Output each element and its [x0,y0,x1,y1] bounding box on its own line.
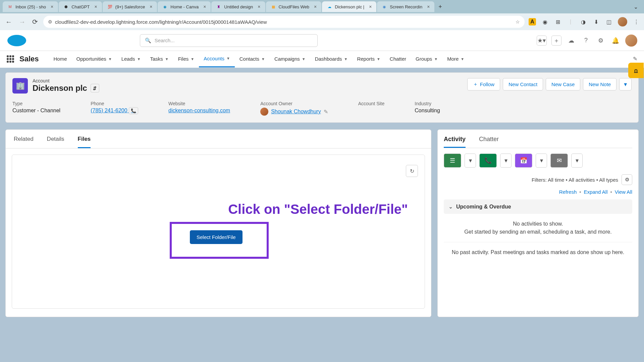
salesforce-help-icon[interactable]: ☁ [566,36,576,46]
browser-tab[interactable]: ☁Dickenson plc |× [322,1,376,12]
url-field[interactable]: ⚙ cloudfiles2-dev-ed.develop.lightning.f… [43,16,525,28]
task-dropdown[interactable]: ▾ [465,154,476,168]
tab-related[interactable]: Related [14,136,34,148]
activity-settings-icon[interactable]: ⚙ [622,174,632,185]
nav-item-contacts[interactable]: Contacts▼ [235,51,270,67]
browser-tab[interactable]: ♜Untitled design× [211,1,265,12]
help-icon[interactable]: ? [581,36,591,46]
tab-files[interactable]: Files [78,136,91,148]
chevron-down-icon[interactable]: ▼ [377,57,380,61]
sidepanel-icon[interactable]: ◫ [605,18,612,25]
chevron-down-icon[interactable]: ▼ [344,57,348,61]
view-all-link[interactable]: View All [615,189,632,195]
nav-item-campaigns[interactable]: Campaigns▼ [270,51,310,67]
nav-item-opportunities[interactable]: Opportunities▼ [72,51,117,67]
browser-tab[interactable]: MInbox (25) - sho× [3,1,58,12]
nav-item-more[interactable]: More▼ [442,51,469,67]
send-email-button[interactable]: ✉ [550,154,568,168]
close-tab-icon[interactable]: × [258,4,260,9]
select-folder-file-button[interactable]: Select Folder/File [190,230,243,244]
ext-icon-eye[interactable]: ◉ [541,18,549,25]
refresh-link[interactable]: Refresh [559,189,577,195]
close-tab-icon[interactable]: × [427,4,430,9]
chevron-down-icon[interactable]: ▼ [434,57,438,61]
user-avatar[interactable] [625,35,637,47]
phone-icon[interactable]: 📞 [129,107,138,114]
new-task-button[interactable]: ☰ [444,154,461,168]
close-tab-icon[interactable]: × [51,4,53,9]
new-case-button[interactable]: New Case [546,78,580,90]
side-app-badge[interactable]: ⩍ [628,63,644,78]
tab-details[interactable]: Details [47,136,64,148]
chevron-down-icon[interactable]: ▼ [302,57,306,61]
bookmark-icon[interactable]: ☆ [516,19,520,24]
close-tab-icon[interactable]: × [150,4,152,9]
tab-activity[interactable]: Activity [444,136,466,148]
more-actions-button[interactable]: ▼ [619,78,632,90]
nav-item-home[interactable]: Home [49,51,72,67]
browser-menu-icon[interactable]: ⋮ [633,18,640,25]
nav-item-groups[interactable]: Groups▼ [411,51,442,67]
chevron-down-icon[interactable]: ▼ [261,57,265,61]
edit-nav-icon[interactable]: ✎ [633,56,637,62]
new-note-button[interactable]: New Note [583,78,616,90]
website-value[interactable]: dickenson-consulting.com [168,108,230,114]
notifications-icon[interactable]: 🔔 [610,36,621,46]
chevron-down-icon[interactable]: ▼ [137,57,141,61]
favorites-button[interactable]: ★▾ [537,36,547,46]
close-tab-icon[interactable]: × [203,4,206,9]
phone-value[interactable]: (785) 241-6200 📞 [91,108,138,114]
browser-tab[interactable]: ▦CloudFiles Web× [266,1,322,12]
extensions-icon[interactable]: ⊞ [554,18,561,25]
reload-button[interactable]: ⟳ [31,16,39,27]
new-contact-button[interactable]: New Contact [503,78,543,90]
tabs-dropdown-icon[interactable]: ⌄ [630,4,641,10]
site-info-icon[interactable]: ⚙ [48,19,52,24]
change-owner-icon[interactable]: ✎ [324,109,328,115]
app-launcher-icon[interactable] [7,55,14,63]
nav-item-leads[interactable]: Leads▼ [117,51,146,67]
browser-tab[interactable]: ◉Screen Recordin× [377,1,434,12]
chevron-down-icon[interactable]: ▼ [461,57,464,61]
email-dropdown[interactable]: ▾ [571,154,583,168]
browser-tab[interactable]: ⬢ChatGPT× [59,1,102,12]
nav-item-files[interactable]: Files▼ [173,51,199,67]
ext-icon-record[interactable]: ◑ [580,18,587,25]
close-tab-icon[interactable]: × [369,4,372,9]
nav-item-dashboards[interactable]: Dashboards▼ [310,51,353,67]
chevron-down-icon[interactable]: ▼ [191,57,194,61]
forward-button[interactable]: → [17,17,27,27]
log-call-button[interactable]: 📞 [479,154,497,168]
close-tab-icon[interactable]: × [314,4,317,9]
refresh-button[interactable]: ↻ [406,165,418,177]
add-button[interactable]: ＋ [551,36,561,46]
back-button[interactable]: ← [4,17,13,27]
close-tab-icon[interactable]: × [94,4,97,9]
call-dropdown[interactable]: ▾ [500,154,512,168]
nav-item-tasks[interactable]: Tasks▼ [145,51,173,67]
salesforce-logo[interactable] [7,34,27,48]
event-dropdown[interactable]: ▾ [536,154,547,168]
upcoming-section-header[interactable]: ⌄ Upcoming & Overdue [444,199,632,214]
chevron-down-icon[interactable]: ▼ [108,57,112,61]
expand-all-link[interactable]: Expand All [584,189,608,195]
owner-value[interactable]: Shounak Chowdhury✎ [260,108,328,116]
setup-gear-icon[interactable]: ⚙ [596,36,606,46]
nav-item-accounts[interactable]: Accounts▼ [199,51,235,67]
browser-tab[interactable]: 💯(9+) Salesforce× [103,1,157,12]
follow-button[interactable]: ＋Follow [467,78,500,90]
nav-item-reports[interactable]: Reports▼ [352,51,385,67]
tab-chatter[interactable]: Chatter [479,136,499,148]
chevron-down-icon[interactable]: ▼ [165,57,169,61]
ext-icon-a[interactable]: A [529,18,536,25]
search-input[interactable]: 🔍 Search... [140,34,318,47]
downloads-icon[interactable]: ⬇ [592,18,600,25]
hierarchy-icon[interactable]: ⇵ [91,84,99,93]
chevron-down-icon[interactable]: ▼ [226,56,230,60]
past-empty: No past activity. Past meetings and task… [444,242,632,262]
nav-item-chatter[interactable]: Chatter [385,51,411,67]
profile-avatar[interactable] [618,17,627,26]
new-tab-button[interactable]: + [435,3,445,10]
new-event-button[interactable]: 📅 [515,154,532,168]
browser-tab[interactable]: ◉Home - Canva× [158,1,211,12]
